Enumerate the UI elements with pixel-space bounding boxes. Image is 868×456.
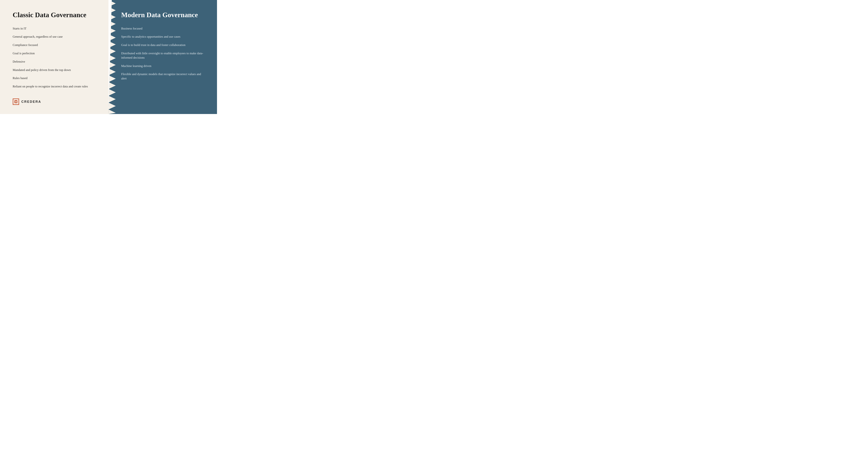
right-panel-title: Modern Data Governance — [121, 11, 204, 19]
credera-logo-icon — [13, 98, 19, 105]
left-items-list: Starts in ITGeneral approach, regardless… — [13, 26, 96, 95]
list-item: Distributed with little oversight to ena… — [121, 51, 204, 60]
list-item: Goal is to build trust in data and foste… — [121, 43, 204, 47]
list-item: Reliant on people to recognize incorrect… — [13, 84, 96, 89]
list-item: Compliance focused — [13, 43, 96, 47]
list-item: Specific to analytics opportunities and … — [121, 34, 204, 39]
list-item: Goal is perfection — [13, 51, 96, 56]
list-item: Flexible and dynamic models that recogni… — [121, 72, 204, 81]
list-item: Starts in IT — [13, 26, 96, 31]
left-panel: Classic Data Governance Starts in ITGene… — [0, 0, 108, 114]
list-item: Rules based — [13, 76, 96, 80]
logo-text: CREDERA — [21, 100, 41, 104]
logo-area: CREDERA — [13, 95, 96, 105]
list-item: Defensive — [13, 60, 96, 64]
right-panel: Modern Data Governance Business focusedS… — [108, 0, 217, 114]
list-item: General approach, regardless of use case — [13, 34, 96, 39]
svg-rect-2 — [16, 101, 17, 103]
list-item: Mandated and policy driven from the top … — [13, 68, 96, 72]
list-item: Business focused — [121, 26, 204, 31]
list-item: Machine learning driven — [121, 64, 204, 68]
left-panel-title: Classic Data Governance — [13, 11, 96, 19]
right-items-list: Business focusedSpecific to analytics op… — [121, 26, 204, 105]
